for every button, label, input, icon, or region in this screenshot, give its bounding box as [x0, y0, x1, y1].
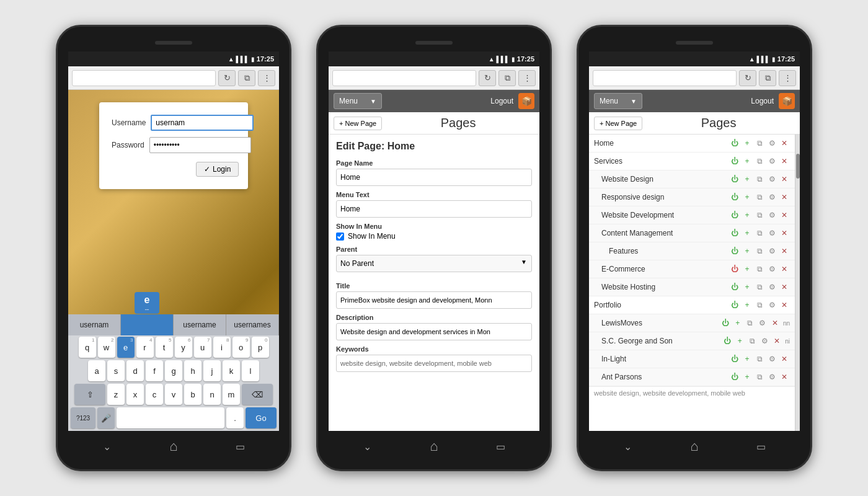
key-a[interactable]: a [88, 360, 105, 381]
add-icon-rd[interactable]: + [742, 192, 753, 203]
recents-nav-icon-3[interactable]: ▭ [750, 439, 772, 454]
power-icon-wdev[interactable]: ⏻ [729, 210, 740, 221]
delete-icon-cm[interactable]: ✕ [779, 228, 790, 239]
logout-button-3[interactable]: Logout [751, 97, 774, 105]
key-z[interactable]: z [107, 384, 125, 405]
settings-icon-port[interactable]: ⚙ [766, 299, 777, 311]
copy-icon-rd[interactable]: ⧉ [754, 192, 765, 203]
scrollbar-thumb[interactable] [796, 154, 800, 179]
delete-icon-wh[interactable]: ✕ [779, 281, 790, 293]
back-nav-icon-3[interactable]: ⌄ [617, 439, 639, 454]
add-icon-port[interactable]: + [742, 299, 753, 311]
power-icon-wh[interactable]: ⏻ [729, 281, 740, 293]
menu-dropdown-2[interactable]: Menu ▼ [334, 93, 382, 109]
suggestion-2-active[interactable]: e e [121, 314, 174, 335]
copy-icon-wd[interactable]: ⧉ [754, 174, 765, 185]
copy-icon-wh[interactable]: ⧉ [754, 281, 765, 293]
password-input[interactable] [149, 137, 251, 153]
key-t[interactable]: 5t [156, 337, 173, 358]
add-icon-wdev[interactable]: + [742, 210, 753, 221]
key-b[interactable]: b [184, 384, 202, 405]
settings-icon-wh[interactable]: ⚙ [766, 281, 777, 293]
power-icon-ec[interactable]: ⏻ [729, 264, 740, 275]
menu-icon[interactable]: ⋮ [258, 70, 275, 86]
menu-icon-2[interactable]: ⋮ [518, 70, 536, 86]
key-v[interactable]: v [165, 384, 182, 405]
copy-icon-home[interactable]: ⧉ [754, 138, 765, 149]
key-o[interactable]: 9o [232, 337, 250, 358]
username-input[interactable] [151, 115, 254, 131]
new-page-button-2[interactable]: + New Page [334, 117, 382, 130]
menu-dropdown-3[interactable]: Menu ▼ [594, 93, 642, 109]
power-icon-home[interactable]: ⏻ [729, 138, 740, 149]
page-item-hosting[interactable]: Website Hosting ⏻ + ⧉ ⚙ ✕ [589, 278, 795, 296]
delete-icon-ap[interactable]: ✕ [779, 371, 790, 383]
key-d[interactable]: d [126, 360, 144, 381]
key-mic[interactable]: 🎤 [97, 407, 115, 428]
power-icon-ap[interactable]: ⏻ [729, 371, 740, 383]
add-icon-services[interactable]: + [742, 156, 753, 167]
delete-icon-rd[interactable]: ✕ [779, 192, 790, 203]
suggestion-1[interactable]: usernam [68, 314, 121, 335]
copy-icon-cm[interactable]: ⧉ [754, 228, 765, 239]
settings-icon-rd[interactable]: ⚙ [766, 192, 777, 203]
key-numbers[interactable]: ?123 [71, 407, 95, 428]
settings-icon-home[interactable]: ⚙ [766, 138, 777, 149]
menu-text-input[interactable] [336, 200, 532, 218]
copy-icon-ec[interactable]: ⧉ [754, 264, 765, 275]
add-icon-wd[interactable]: + [742, 174, 753, 185]
copy-icon-wdev[interactable]: ⧉ [754, 210, 765, 221]
delete-icon-wdev[interactable]: ✕ [779, 210, 790, 221]
description-input[interactable] [336, 323, 532, 340]
settings-icon-wdev[interactable]: ⚙ [766, 210, 777, 221]
key-l[interactable]: l [242, 360, 259, 381]
delete-icon-lm[interactable]: ✕ [769, 317, 781, 329]
back-nav-icon-2[interactable]: ⌄ [356, 439, 379, 454]
login-button[interactable]: ✓ Login [196, 162, 239, 177]
key-n[interactable]: n [203, 384, 221, 405]
recents-nav-icon-2[interactable]: ▭ [489, 439, 512, 454]
power-icon-rd[interactable]: ⏻ [729, 192, 740, 203]
key-shift[interactable]: ⇧ [74, 384, 105, 405]
copy-icon-il[interactable]: ⧉ [754, 353, 765, 365]
copy-icon-lm[interactable]: ⧉ [745, 317, 756, 329]
copy-icon-ap[interactable]: ⧉ [754, 371, 765, 383]
page-item-lewismoves[interactable]: LewisMoves ⏻ + ⧉ ⚙ ✕ nn [589, 314, 795, 332]
settings-icon-feat[interactable]: ⚙ [766, 246, 777, 257]
copy-icon-sc[interactable]: ⧉ [746, 335, 758, 347]
settings-icon-sc[interactable]: ⚙ [759, 335, 770, 347]
page-name-input[interactable] [336, 169, 532, 186]
key-s[interactable]: s [107, 360, 125, 381]
add-icon-ec[interactable]: + [742, 264, 753, 275]
page-item-features[interactable]: Features ⏻ + ⧉ ⚙ ✕ [589, 242, 795, 260]
add-icon-lm[interactable]: + [732, 317, 743, 329]
browser-address-1[interactable] [72, 70, 216, 86]
page-item-home[interactable]: Home ⏻ + ⧉ ⚙ ✕ [589, 135, 795, 153]
page-item-antparsons[interactable]: Ant Parsons ⏻ + ⧉ ⚙ ✕ [589, 368, 795, 386]
settings-icon-services[interactable]: ⚙ [766, 156, 777, 167]
key-y[interactable]: 6y [175, 337, 192, 358]
home-nav-icon-3[interactable]: ⌂ [683, 439, 706, 454]
key-g[interactable]: g [165, 360, 182, 381]
key-period[interactable]: . [226, 407, 244, 428]
page-item-services[interactable]: Services ⏻ + ⧉ ⚙ ✕ [589, 153, 795, 170]
page-item-inlight[interactable]: In-Light ⏻ + ⧉ ⚙ ✕ [589, 350, 795, 368]
suggestion-4[interactable]: usernames [226, 314, 279, 335]
delete-icon-sc[interactable]: ✕ [771, 335, 782, 347]
delete-icon-home[interactable]: ✕ [779, 138, 790, 149]
key-e[interactable]: 3e [117, 337, 135, 358]
suggestion-3[interactable]: username [174, 314, 226, 335]
add-icon-sc[interactable]: + [734, 335, 745, 347]
add-icon-home[interactable]: + [742, 138, 753, 149]
power-icon-sc[interactable]: ⏻ [722, 335, 733, 347]
key-c[interactable]: c [146, 384, 163, 405]
refresh-icon[interactable]: ↻ [218, 70, 236, 86]
page-item-website-dev[interactable]: Website Development ⏻ + ⧉ ⚙ ✕ [589, 206, 795, 224]
recents-nav-icon-1[interactable]: ▭ [229, 439, 251, 454]
tabs-icon-3[interactable]: ⧉ [759, 70, 776, 86]
delete-icon-services[interactable]: ✕ [779, 156, 790, 167]
menu-icon-3[interactable]: ⋮ [779, 70, 796, 86]
tabs-icon-2[interactable]: ⧉ [498, 70, 516, 86]
page-item-responsive[interactable]: Responsive design ⏻ + ⧉ ⚙ ✕ [589, 188, 795, 206]
key-backspace[interactable]: ⌫ [242, 384, 273, 405]
